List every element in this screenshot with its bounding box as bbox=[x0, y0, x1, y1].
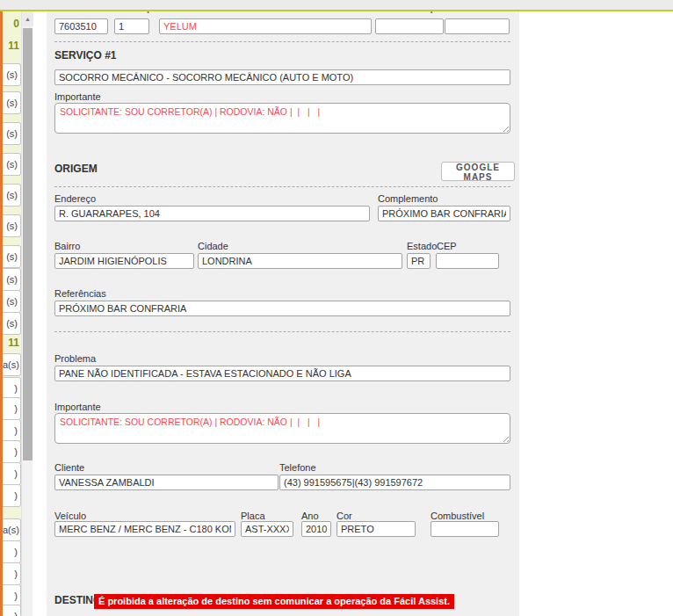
sidebar-list-item[interactable]: (s) bbox=[3, 153, 21, 176]
sidebar-list-item[interactable]: (s) bbox=[3, 245, 21, 268]
sidebar-list-item[interactable]: ) bbox=[3, 484, 21, 507]
problema-label: Problema bbox=[54, 353, 96, 364]
cliente-label: Cliente bbox=[54, 462, 84, 473]
endereco-input[interactable] bbox=[54, 206, 370, 221]
placa-label: Placa bbox=[241, 511, 265, 521]
servico-input[interactable] bbox=[54, 69, 510, 85]
vertical-scrollbar[interactable]: ▲ bbox=[21, 11, 33, 616]
sidebar-count: 0 bbox=[3, 18, 19, 30]
importante-textarea-2[interactable]: SOLICITANTE: SOU CORRETOR(A) | RODOVIA: … bbox=[54, 413, 510, 444]
page: 011(s)(s)(s)(s)(s)(s)(s)(s)(s)(s)11a(s))… bbox=[0, 0, 673, 616]
sidebar-rows: 011(s)(s)(s)(s)(s)(s)(s)(s)(s)(s)11a(s))… bbox=[3, 11, 21, 616]
google-maps-button[interactable]: GOOGLE MAPS bbox=[441, 162, 515, 181]
destino-warning-badge: É proibida a alteração de destino sem co… bbox=[94, 594, 454, 609]
cidade-input[interactable] bbox=[198, 253, 402, 269]
sidebar-list-item[interactable]: (s) bbox=[3, 184, 21, 207]
cep-input[interactable] bbox=[436, 253, 499, 269]
sidebar-list-item[interactable]: ) bbox=[3, 419, 21, 442]
separator bbox=[54, 41, 510, 42]
sidebar-list-item[interactable]: (s) bbox=[3, 63, 21, 86]
sidebar-list-item[interactable]: (s) bbox=[3, 122, 21, 145]
sidebar-count: 11 bbox=[3, 40, 19, 52]
endereco-label: Endereço bbox=[54, 193, 96, 204]
scrollbar-thumb[interactable] bbox=[23, 28, 33, 460]
complemento-label: Complemento bbox=[378, 193, 438, 204]
bairro-input[interactable] bbox=[54, 253, 194, 269]
sidebar-list-item[interactable]: (s) bbox=[3, 91, 21, 114]
bairro-label: Bairro bbox=[54, 241, 80, 251]
produto-input[interactable] bbox=[159, 18, 372, 34]
placa-input[interactable] bbox=[241, 521, 293, 537]
combustivel-input[interactable] bbox=[431, 521, 499, 537]
telefone-input[interactable] bbox=[279, 475, 510, 490]
estado-label: Estado bbox=[407, 241, 437, 251]
separator bbox=[54, 331, 510, 332]
importante-label-1: Importante bbox=[54, 91, 101, 102]
importante-label-2: Importante bbox=[54, 402, 101, 412]
veiculo-label: Veículo bbox=[54, 511, 86, 521]
sidebar-list-item[interactable]: ) bbox=[3, 540, 21, 563]
importante-textarea-1[interactable]: SOLICITANTE: SOU CORRETOR(A) | RODOVIA: … bbox=[54, 103, 510, 134]
ano-input[interactable] bbox=[301, 521, 331, 537]
referencias-input[interactable] bbox=[54, 301, 510, 316]
sidebar-list-item[interactable]: ) bbox=[3, 562, 21, 585]
cidade-label: Cidade bbox=[198, 241, 228, 251]
separator bbox=[54, 186, 510, 187]
top-bar bbox=[0, 0, 673, 10]
sidebar-list-item[interactable]: ) bbox=[3, 440, 21, 463]
ano-label: Ano bbox=[301, 511, 319, 521]
solicitacao-input[interactable] bbox=[114, 18, 149, 34]
sidebar-list-item[interactable]: (s) bbox=[3, 268, 21, 291]
sidebar-list-item[interactable]: a(s) bbox=[3, 353, 21, 376]
estado-input[interactable] bbox=[407, 253, 431, 269]
complemento-input[interactable] bbox=[378, 206, 510, 221]
sidebar-list-item[interactable]: (s) bbox=[3, 312, 21, 335]
cor-input[interactable] bbox=[336, 521, 416, 537]
cliente-input[interactable] bbox=[54, 475, 279, 490]
servico-heading: SERVIÇO #1 bbox=[54, 49, 116, 62]
telefone-label: Telefone bbox=[279, 462, 316, 473]
sidebar-list-item[interactable]: ) bbox=[3, 605, 21, 616]
origem-heading: ORIGEM bbox=[54, 163, 98, 175]
veiculo-input[interactable] bbox=[54, 521, 235, 537]
left-accent-strip bbox=[0, 11, 3, 616]
cor-label: Cor bbox=[336, 511, 352, 521]
data-solicitacao-input-1[interactable] bbox=[375, 18, 444, 34]
data-solicitacao-input-2[interactable] bbox=[445, 18, 510, 34]
scrollbar-up-icon[interactable]: ▲ bbox=[22, 11, 33, 26]
sidebar-count: 11 bbox=[3, 337, 19, 349]
sidebar-list-item[interactable]: a(s) bbox=[3, 518, 21, 541]
sidebar-list-item[interactable]: (s) bbox=[3, 214, 21, 237]
referencias-label: Referências bbox=[54, 288, 106, 299]
cep-label: CEP bbox=[437, 241, 457, 251]
combustivel-label: Combustível bbox=[431, 511, 484, 521]
problema-input[interactable] bbox=[54, 366, 510, 381]
accent-line bbox=[0, 10, 673, 11]
sidebar-list-item[interactable]: (s) bbox=[3, 290, 21, 313]
assistencia-input[interactable] bbox=[54, 18, 108, 34]
sidebar-list-item[interactable]: ) bbox=[3, 397, 21, 420]
sidebar-list-item[interactable]: ) bbox=[3, 462, 21, 485]
